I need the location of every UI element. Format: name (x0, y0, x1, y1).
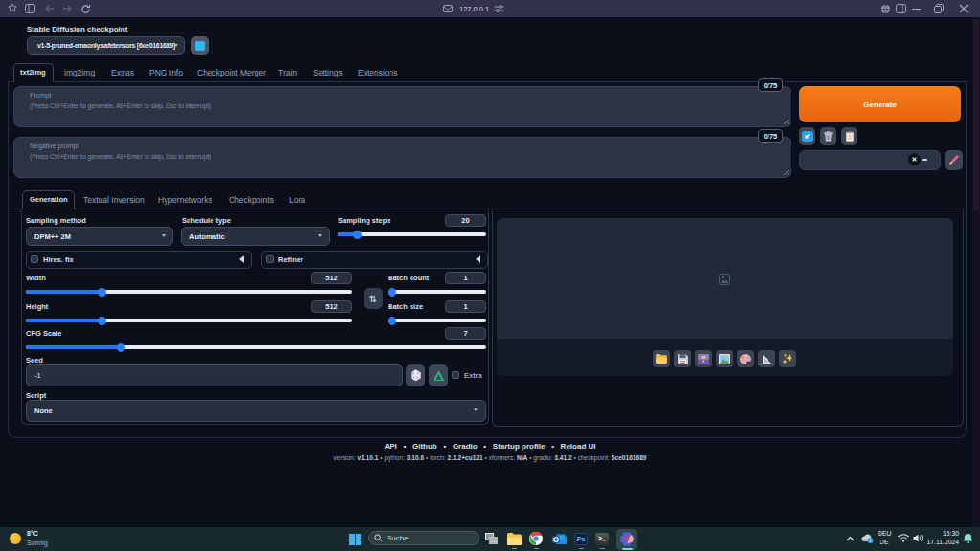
svg-text:i: i (870, 538, 871, 543)
